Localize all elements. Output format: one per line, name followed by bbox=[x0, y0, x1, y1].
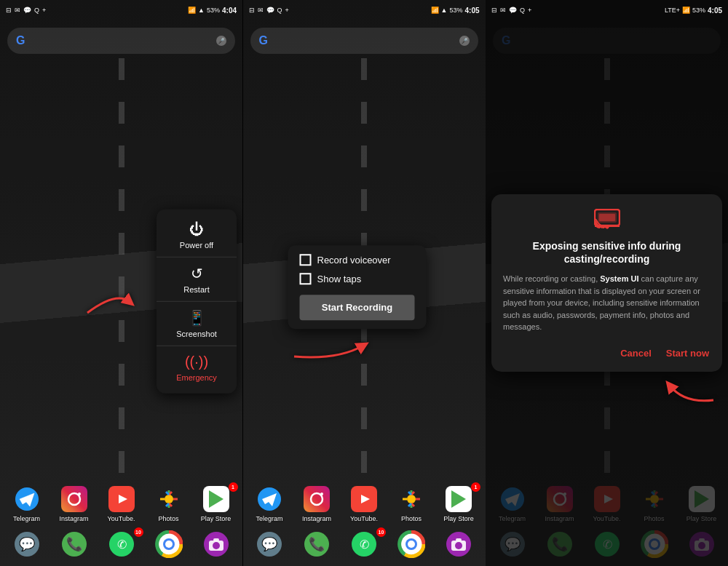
app-camera-s1[interactable] bbox=[197, 530, 236, 559]
status-icons-right: 📶 ▲ 53% 4:04 bbox=[188, 7, 237, 15]
mail-icon-2: ✉ bbox=[258, 7, 264, 14]
screenshot-item[interactable]: 📱 Screenshot bbox=[157, 302, 237, 346]
battery-3: 53% bbox=[692, 7, 705, 14]
phone-icon-s2: 📞 bbox=[302, 530, 331, 559]
power-off-icon: ⏻ bbox=[189, 221, 204, 238]
msg-icon-3: 💬 bbox=[509, 7, 517, 14]
msg-icon: 💬 bbox=[23, 7, 31, 14]
screenshot-label: Screenshot bbox=[176, 330, 217, 338]
cancel-button[interactable]: Cancel bbox=[619, 345, 653, 362]
screen2: ⊟ ✉ 💬 Q + 📶 ▲ 53% 4:05 G 🎤 Record voiceo… bbox=[243, 0, 486, 566]
svg-rect-45 bbox=[456, 538, 462, 541]
sim-icon-2: ⊟ bbox=[249, 7, 255, 14]
app-camera-s2[interactable] bbox=[439, 530, 478, 559]
app-playstore-s2[interactable]: 1 Play Store bbox=[439, 485, 478, 522]
app-telegram-s2[interactable]: Telegram bbox=[250, 485, 289, 522]
google-logo-2: G bbox=[259, 34, 268, 47]
power-off-label: Power off bbox=[180, 241, 213, 250]
app-photos-s2[interactable]: Photos bbox=[392, 485, 431, 522]
restart-label: Restart bbox=[183, 285, 209, 294]
app-instagram-s1[interactable]: Instagram bbox=[55, 485, 94, 522]
app-row1-s2: Telegram Instagram YouTube. Photos bbox=[246, 485, 483, 522]
mic-icon-2[interactable]: 🎤 bbox=[459, 36, 470, 46]
svg-point-44 bbox=[455, 542, 462, 549]
chrome-icon-s1 bbox=[154, 530, 183, 559]
app-row1-s1: Telegram Instagram YouTube. Photos bbox=[3, 485, 240, 522]
power-menu: ⏻ Power off ↺ Restart 📱 Screenshot ((·))… bbox=[157, 210, 237, 394]
svg-point-21 bbox=[213, 542, 220, 549]
restart-item[interactable]: ↺ Restart bbox=[157, 258, 237, 302]
emergency-item[interactable]: ((·)) Emergency bbox=[157, 346, 237, 389]
app-youtube-s1[interactable]: YouTube. bbox=[102, 485, 141, 522]
svg-point-30 bbox=[407, 495, 416, 503]
app-playstore-s1[interactable]: 1 Play Store bbox=[197, 485, 236, 522]
mail-icon: ✉ bbox=[15, 7, 20, 14]
instagram-label-s1: Instagram bbox=[55, 515, 94, 522]
app-telegram-s1[interactable]: Telegram bbox=[7, 485, 47, 522]
arrow-3 bbox=[655, 356, 721, 410]
photos-icon-s2 bbox=[397, 485, 426, 514]
app-phone-s2[interactable]: 📞 bbox=[297, 530, 336, 559]
camera-icon-s1 bbox=[202, 530, 231, 559]
time-2: 4:05 bbox=[464, 7, 479, 15]
whatsapp-icon-s2: ✆ bbox=[349, 530, 379, 559]
app-messages-s2[interactable]: 💬 bbox=[250, 530, 289, 559]
power-off-item[interactable]: ⏻ Power off bbox=[157, 214, 237, 258]
youtube-label-s2: YouTube. bbox=[344, 515, 384, 522]
app-whatsapp-s1[interactable]: ✆ 10 bbox=[102, 530, 141, 559]
arrow-1 bbox=[80, 284, 138, 323]
system-ui-bold: System UI bbox=[600, 274, 638, 283]
plus-icon-3: + bbox=[528, 7, 531, 14]
q-icon-2: Q bbox=[277, 7, 282, 14]
messages-icon-s2: 💬 bbox=[255, 530, 284, 559]
lte-icon-3: LTE+ bbox=[665, 7, 680, 14]
telegram-icon-s1 bbox=[12, 485, 41, 514]
start-recording-button[interactable]: Start Recording bbox=[300, 295, 415, 320]
status-bar-3: ⊟ ✉ 💬 Q + LTE+ 📶 53% 4:05 bbox=[486, 0, 728, 20]
playstore-badge-s1: 1 bbox=[229, 482, 238, 492]
svg-point-4 bbox=[78, 493, 81, 495]
record-voiceover-checkbox[interactable] bbox=[300, 254, 312, 266]
battery-2: 53% bbox=[449, 7, 462, 14]
app-youtube-s2[interactable]: YouTube. bbox=[344, 485, 384, 522]
status-icons-left: ⊟ ✉ 💬 Q + bbox=[6, 7, 46, 14]
screen1: ⊟ ✉ 💬 Q + 📶 ▲ 53% 4:04 G 🎤 ⏻ Power off ↺… bbox=[0, 0, 242, 566]
msg-icon-2: 💬 bbox=[266, 7, 274, 14]
record-voiceover-option[interactable]: Record voiceover bbox=[300, 254, 415, 266]
search-bar-1[interactable]: G 🎤 bbox=[7, 28, 235, 54]
playstore-label-s2: Play Store bbox=[439, 515, 478, 522]
status-bar-2: ⊟ ✉ 💬 Q + 📶 ▲ 53% 4:05 bbox=[243, 0, 486, 20]
search-bar-2[interactable]: G 🎤 bbox=[250, 28, 478, 54]
playstore-icon-s1 bbox=[202, 485, 231, 514]
svg-text:✆: ✆ bbox=[360, 538, 369, 551]
emergency-label: Emergency bbox=[176, 373, 217, 382]
show-taps-checkbox[interactable] bbox=[300, 273, 312, 284]
show-taps-option[interactable]: Show taps bbox=[300, 273, 415, 284]
app-chrome-s2[interactable] bbox=[392, 530, 431, 559]
chrome-icon-s2 bbox=[397, 530, 426, 559]
youtube-icon-s2 bbox=[349, 485, 379, 514]
youtube-label-s1: YouTube. bbox=[102, 515, 141, 522]
sim-icon: ⊟ bbox=[6, 7, 12, 14]
photos-label-s1: Photos bbox=[149, 515, 189, 522]
app-chrome-s1[interactable] bbox=[149, 530, 189, 559]
svg-text:💬: 💬 bbox=[261, 536, 278, 552]
show-taps-label: Show taps bbox=[317, 274, 362, 284]
app-phone-s1[interactable]: 📞 bbox=[55, 530, 94, 559]
photos-label-s2: Photos bbox=[392, 515, 431, 522]
svg-point-18 bbox=[165, 541, 173, 548]
restart-icon: ↺ bbox=[191, 265, 203, 282]
sim-icon-3: ⊟ bbox=[491, 7, 497, 14]
svg-rect-2 bbox=[61, 486, 87, 512]
mic-icon-1[interactable]: 🎤 bbox=[216, 36, 226, 46]
app-dock-1: Telegram Instagram YouTube. Photos bbox=[0, 479, 242, 566]
svg-rect-48 bbox=[599, 214, 615, 221]
app-instagram-s2[interactable]: Instagram bbox=[297, 485, 336, 522]
app-row2-s2: 💬 📞 ✆ 10 bbox=[246, 530, 483, 559]
app-whatsapp-s2[interactable]: ✆ 10 bbox=[344, 530, 384, 559]
app-photos-s1[interactable]: Photos bbox=[149, 485, 189, 522]
app-row2-s1: 💬 📞 ✆ 10 bbox=[3, 530, 240, 559]
wifi-icon-2: 📶 bbox=[431, 7, 439, 14]
app-messages-s1[interactable]: 💬 bbox=[7, 530, 47, 559]
cast-dialog: Exposing sensitive info during casting/r… bbox=[491, 194, 722, 372]
